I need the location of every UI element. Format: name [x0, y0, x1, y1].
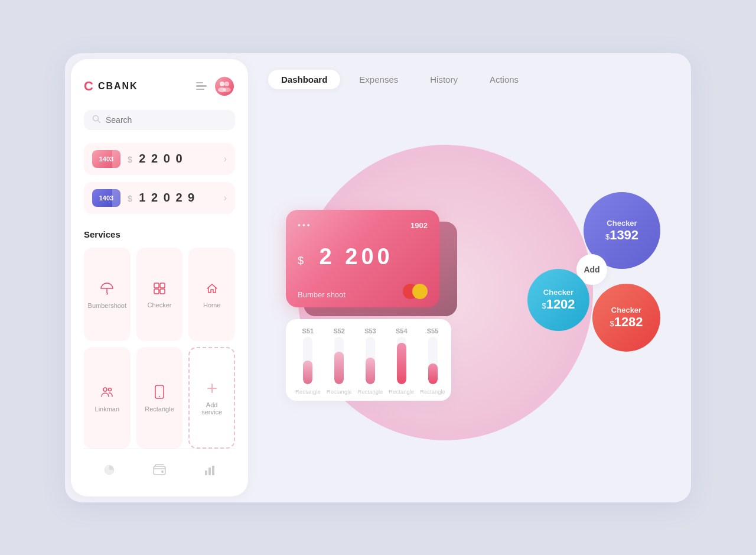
sidebar: C CBANK: [71, 59, 248, 496]
chart-bar-2: [334, 352, 344, 384]
users-icon: [100, 385, 114, 401]
service-bumbershoot[interactable]: Bumbershoot: [84, 248, 131, 341]
svg-point-11: [103, 388, 107, 391]
service-linkman-label: Linkman: [95, 405, 120, 413]
svg-point-2: [224, 82, 229, 86]
account-amount-1: $ 2 2 0 0: [128, 152, 217, 165]
chart-col-2: S52 Rectangle: [327, 327, 352, 395]
sidebar-header: C CBANK: [84, 76, 235, 97]
account-card-1[interactable]: 1403 $ 2 2 0 0 ›: [84, 143, 235, 175]
bubbles-area: Checker $1392 Add Checker $1202 Checker …: [507, 192, 672, 393]
svg-rect-20: [208, 468, 211, 475]
plus-icon: [206, 382, 219, 397]
main-visual: ••• 1902 $ 2 200 Bumber shoot: [268, 100, 672, 486]
services-grid: Bumbershoot Checker: [84, 248, 235, 449]
account-arrow-1: ›: [224, 154, 227, 164]
service-home-label: Home: [203, 301, 220, 309]
svg-point-0: [220, 82, 224, 86]
bubble-checker-cyan[interactable]: Checker $1202: [527, 269, 589, 331]
main-content: Dashboard Expenses History Actions ••• 1…: [254, 53, 691, 502]
service-checker[interactable]: Checker: [136, 248, 183, 341]
tab-history[interactable]: History: [417, 70, 471, 89]
svg-point-14: [159, 396, 160, 397]
grid-icon: [153, 282, 166, 297]
chart-col-5: S55 Rectangle: [420, 327, 445, 395]
chart-bar-1: [303, 361, 312, 384]
card-number: 1902: [410, 221, 428, 230]
account-badge-1: 1403: [92, 150, 120, 168]
svg-rect-19: [205, 470, 207, 475]
chart-bar-wrap-5: [428, 337, 438, 384]
service-home[interactable]: Home: [188, 248, 235, 341]
svg-line-5: [98, 120, 100, 122]
service-bumbershoot-label: Bumbershoot: [88, 302, 126, 309]
bubble-checker-red[interactable]: Checker $1282: [592, 284, 660, 352]
card-bottom-row: Bumber shoot: [298, 284, 428, 299]
svg-rect-21: [212, 466, 214, 475]
mastercard-icons: [403, 284, 428, 299]
search-icon: [92, 115, 101, 125]
umbrella-icon: [100, 281, 114, 298]
chart-bar-5: [428, 363, 438, 384]
logo-icon: C: [84, 80, 93, 93]
chart-columns: S51 Rectangle S52 Rectangle: [295, 327, 442, 395]
top-nav: Dashboard Expenses History Actions: [268, 70, 672, 89]
svg-rect-9: [154, 289, 159, 294]
chart-bar-wrap-2: [334, 337, 344, 384]
service-checker-label: Checker: [148, 301, 172, 309]
svg-rect-7: [154, 283, 159, 288]
svg-point-3: [223, 87, 231, 92]
bottom-nav-pie-chart[interactable]: [97, 460, 122, 483]
svg-rect-8: [160, 283, 165, 288]
chart-col-1: S51 Rectangle: [295, 327, 321, 395]
tab-actions[interactable]: Actions: [477, 70, 532, 89]
card-amount: $ 2 200: [298, 244, 428, 270]
svg-point-12: [109, 388, 112, 391]
account-cards: 1403 $ 2 2 0 0 › 1403 $ 1 2 0 2 9 ›: [84, 143, 235, 214]
card-top-row: ••• 1902: [298, 220, 428, 230]
service-add[interactable]: Addservice: [188, 347, 235, 449]
sidebar-bottom: [84, 449, 235, 483]
service-add-label: Addservice: [201, 401, 222, 416]
mc-circle-yellow: [412, 284, 428, 299]
chart-bar-3: [366, 358, 375, 384]
chart-col-3: S53 Rectangle: [358, 327, 383, 395]
avatar-group[interactable]: [214, 76, 235, 97]
svg-rect-10: [160, 289, 165, 294]
app-container: C CBANK: [65, 53, 691, 502]
service-linkman[interactable]: Linkman: [84, 347, 131, 449]
sidebar-header-right: [196, 76, 235, 97]
tab-expenses[interactable]: Expenses: [346, 70, 411, 89]
home-icon: [206, 282, 219, 297]
bottom-nav-bar-chart[interactable]: [197, 460, 222, 483]
service-rectangle[interactable]: Rectangle: [136, 347, 183, 449]
bank-card-front[interactable]: ••• 1902 $ 2 200 Bumber shoot: [286, 210, 439, 307]
menu-icon[interactable]: [196, 82, 207, 90]
logo-area: C CBANK: [84, 80, 138, 93]
avatar: [214, 76, 235, 97]
account-badge-2: 1403: [92, 189, 120, 207]
services-title: Services: [84, 229, 235, 239]
search-input[interactable]: [106, 115, 227, 125]
chart-card: S51 Rectangle S52 Rectangle: [286, 319, 451, 401]
bottom-nav-wallet[interactable]: [147, 460, 172, 483]
account-arrow-2: ›: [224, 193, 227, 203]
card-label: Bumber shoot: [298, 290, 346, 299]
chart-bar-wrap-1: [303, 337, 312, 384]
service-rectangle-label: Rectangle: [145, 405, 174, 413]
chart-bar-wrap-4: [397, 337, 406, 384]
card-dots: •••: [298, 220, 312, 230]
mobile-icon: [154, 385, 165, 401]
svg-rect-17: [154, 466, 165, 475]
chart-bar-4: [397, 343, 406, 384]
chart-col-4: S54 Rectangle: [389, 327, 414, 395]
svg-point-18: [161, 470, 164, 473]
chart-bar-wrap-3: [366, 337, 375, 384]
card-stack: ••• 1902 $ 2 200 Bumber shoot: [286, 210, 451, 375]
account-card-2[interactable]: 1403 $ 1 2 0 2 9 ›: [84, 182, 235, 214]
logo-text: CBANK: [98, 81, 138, 92]
tab-dashboard[interactable]: Dashboard: [268, 70, 340, 89]
account-amount-2: $ 1 2 0 2 9: [128, 191, 217, 205]
search-box[interactable]: [84, 110, 235, 130]
